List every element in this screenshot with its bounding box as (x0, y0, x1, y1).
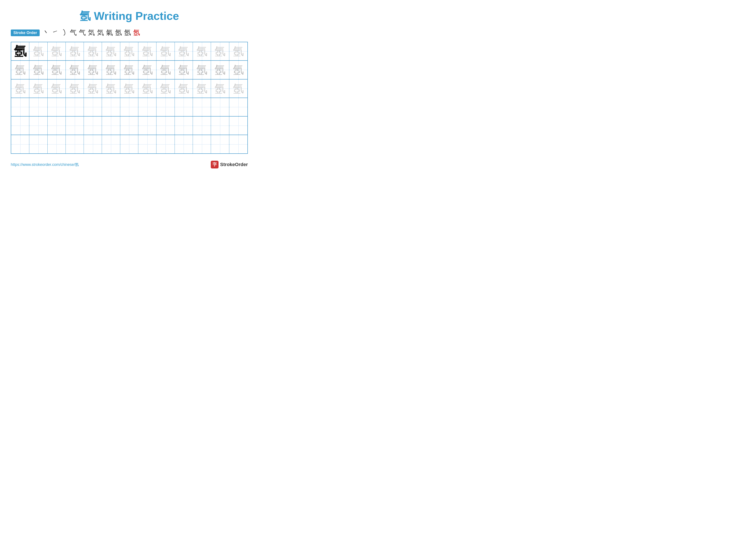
grid-cell-r3c7[interactable]: 氬 (120, 80, 138, 98)
grid-cell-r5c10[interactable] (175, 116, 193, 135)
grid-cell-r6c11[interactable] (193, 135, 211, 153)
char-r2c9: 氬 (160, 64, 171, 75)
grid-cell-r3c5[interactable]: 氬 (84, 80, 102, 98)
grid-cell-r6c7[interactable] (120, 135, 138, 153)
char-r3c3: 氬 (51, 83, 62, 94)
char-r1c11: 氬 (196, 46, 207, 57)
grid-cell-r4c5[interactable] (84, 98, 102, 116)
grid-cell-r1c10[interactable]: 氬 (175, 42, 193, 60)
grid-cell-r3c8[interactable]: 氬 (138, 80, 156, 98)
grid-cell-r2c10[interactable]: 氬 (175, 61, 193, 79)
char-r1c12: 氬 (214, 46, 226, 57)
char-r2c5: 氬 (87, 64, 98, 75)
grid-cell-r1c11[interactable]: 氬 (193, 42, 211, 60)
grid-cell-r6c13[interactable] (229, 135, 247, 153)
grid-cell-r5c12[interactable] (211, 116, 229, 135)
grid-cell-r3c12[interactable]: 氬 (211, 80, 229, 98)
grid-cell-r1c3[interactable]: 氬 (48, 42, 66, 60)
grid-cell-r3c1[interactable]: 氬 (11, 80, 29, 98)
char-r2c3: 氬 (51, 64, 62, 75)
grid-cell-r3c13[interactable]: 氬 (229, 80, 247, 98)
grid-cell-r4c10[interactable] (175, 98, 193, 116)
grid-cell-r4c1[interactable] (11, 98, 29, 116)
grid-cell-r5c5[interactable] (84, 116, 102, 135)
grid-cell-r6c6[interactable] (102, 135, 120, 153)
grid-cell-r1c9[interactable]: 氬 (156, 42, 175, 60)
grid-cell-r5c13[interactable] (229, 116, 247, 135)
grid-cell-r2c5[interactable]: 氬 (84, 61, 102, 79)
grid-cell-r2c8[interactable]: 氬 (138, 61, 156, 79)
grid-cell-r6c3[interactable] (48, 135, 66, 153)
grid-cell-r6c4[interactable] (66, 135, 84, 153)
grid-cell-r2c12[interactable]: 氬 (211, 61, 229, 79)
grid-cell-r1c6[interactable]: 氬 (102, 42, 120, 60)
grid-cell-r5c6[interactable] (102, 116, 120, 135)
grid-cell-r5c1[interactable] (11, 116, 29, 135)
grid-cell-r4c3[interactable] (48, 98, 66, 116)
grid-cell-r3c3[interactable]: 氬 (48, 80, 66, 98)
grid-cell-r6c12[interactable] (211, 135, 229, 153)
grid-cell-r1c5[interactable]: 氬 (84, 42, 102, 60)
grid-cell-r5c8[interactable] (138, 116, 156, 135)
grid-cell-r6c10[interactable] (175, 135, 193, 153)
grid-cell-r3c4[interactable]: 氬 (66, 80, 84, 98)
grid-cell-r4c8[interactable] (138, 98, 156, 116)
grid-cell-r4c6[interactable] (102, 98, 120, 116)
grid-cell-r5c2[interactable] (29, 116, 47, 135)
grid-cell-r2c13[interactable]: 氬 (229, 61, 247, 79)
grid-cell-r6c2[interactable] (29, 135, 47, 153)
stroke-8: 氣 (106, 28, 113, 38)
grid-cell-r1c4[interactable]: 氬 (66, 42, 84, 60)
grid-cell-r2c4[interactable]: 氬 (66, 61, 84, 79)
char-r2c11: 氬 (196, 64, 207, 75)
grid-cell-r2c11[interactable]: 氬 (193, 61, 211, 79)
grid-cell-r1c13[interactable]: 氬 (229, 42, 247, 60)
grid-cell-r1c12[interactable]: 氬 (211, 42, 229, 60)
grid-cell-r2c9[interactable]: 氬 (156, 61, 175, 79)
grid-cell-r1c2[interactable]: 氬 (29, 42, 47, 60)
grid-cell-r5c9[interactable] (156, 116, 175, 135)
grid-cell-r4c9[interactable] (156, 98, 175, 116)
grid-cell-r6c5[interactable] (84, 135, 102, 153)
grid-cell-r3c2[interactable]: 氬 (29, 80, 47, 98)
char-r2c8: 氬 (142, 64, 153, 75)
grid-cell-r4c13[interactable] (229, 98, 247, 116)
logo-character: 字 (212, 162, 217, 167)
grid-cell-r1c1[interactable]: 氬 (11, 42, 29, 60)
grid-cell-r4c12[interactable] (211, 98, 229, 116)
char-r3c13: 氬 (233, 83, 244, 94)
grid-cell-r6c8[interactable] (138, 135, 156, 153)
char-r1c10: 氬 (178, 46, 189, 57)
footer-url[interactable]: https://www.strokeorder.com/chinese/氬 (11, 162, 79, 167)
strokeorder-logo-icon: 字 (211, 161, 219, 168)
grid-cell-r3c6[interactable]: 氬 (102, 80, 120, 98)
grid-cell-r3c10[interactable]: 氬 (175, 80, 193, 98)
grid-cell-r4c2[interactable] (29, 98, 47, 116)
grid-cell-r4c11[interactable] (193, 98, 211, 116)
grid-cell-r1c8[interactable]: 氬 (138, 42, 156, 60)
grid-row-3: 氬 氬 氬 氬 氬 氬 氬 氬 氬 氬 氬 氬 氬 (11, 80, 247, 98)
grid-cell-r4c4[interactable] (66, 98, 84, 116)
grid-cell-r6c1[interactable] (11, 135, 29, 153)
grid-cell-r2c2[interactable]: 氬 (29, 61, 47, 79)
grid-cell-r1c7[interactable]: 氬 (120, 42, 138, 60)
stroke-4: 气 (70, 28, 77, 38)
stroke-10: 氬 (124, 28, 131, 38)
footer-logo: 字 StrokeOrder (211, 161, 248, 168)
grid-cell-r5c4[interactable] (66, 116, 84, 135)
grid-cell-r2c6[interactable]: 氬 (102, 61, 120, 79)
grid-cell-r2c3[interactable]: 氬 (48, 61, 66, 79)
grid-cell-r3c11[interactable]: 氬 (193, 80, 211, 98)
grid-cell-r3c9[interactable]: 氬 (156, 80, 175, 98)
grid-cell-r5c3[interactable] (48, 116, 66, 135)
grid-cell-r6c9[interactable] (156, 135, 175, 153)
grid-cell-r2c1[interactable]: 氬 (11, 61, 29, 79)
grid-row-2: 氬 氬 氬 氬 氬 氬 氬 氬 氬 氬 氬 氬 氬 (11, 61, 247, 79)
char-r3c1: 氬 (15, 83, 26, 94)
char-r3c6: 氬 (105, 83, 117, 94)
grid-cell-r2c7[interactable]: 氬 (120, 61, 138, 79)
grid-cell-r5c11[interactable] (193, 116, 211, 135)
grid-cell-r5c7[interactable] (120, 116, 138, 135)
stroke-sequence: 丶 ㇀ ㇁ 气 气 気 気 氣 氬 氬 氬 (43, 28, 140, 38)
grid-cell-r4c7[interactable] (120, 98, 138, 116)
